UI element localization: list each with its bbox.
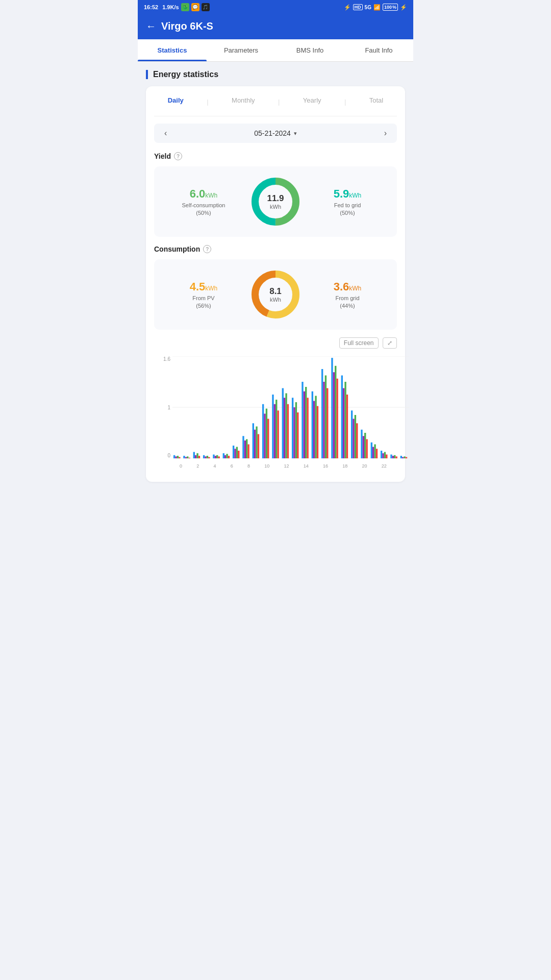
status-network: 1.9K/s [162,4,179,10]
consumption-donut-row: 4.5kWh From PV (56%) 8.1 [154,259,397,330]
svg-rect-55 [285,394,287,459]
consumption-donut-chart: 8.1 kWh [245,266,306,323]
fullscreen-icon: ⤢ [383,337,397,349]
svg-rect-73 [331,358,333,458]
tab-fault-info[interactable]: Fault Info [344,39,413,61]
yield-self-unit: kWh [205,192,217,199]
battery-icon: 100% [383,4,398,11]
svg-rect-13 [183,456,185,458]
svg-rect-78 [343,388,344,459]
signal-bars: 📶 [373,4,381,11]
back-button[interactable]: ← [146,20,156,32]
svg-rect-100 [395,456,397,458]
svg-rect-77 [341,376,343,459]
svg-rect-91 [374,445,375,459]
svg-rect-19 [196,453,198,458]
bar-chart-svg [172,356,409,458]
svg-rect-84 [356,423,358,458]
yield-fed-to-grid: 5.9kWh Fed to grid (50%) [306,187,389,216]
period-yearly[interactable]: Yearly [299,94,325,110]
svg-rect-17 [193,452,195,459]
svg-rect-52 [277,410,279,458]
period-monthly[interactable]: Monthly [228,94,259,110]
svg-rect-50 [274,404,276,458]
svg-rect-22 [205,456,206,458]
svg-rect-104 [406,457,407,459]
consumption-pv-unit: kWh [205,285,217,292]
svg-rect-61 [302,382,303,458]
app-icon-2: 💬 [191,3,199,11]
period-daily[interactable]: Daily [164,94,188,110]
yield-grid-value: 5.9 [334,187,349,200]
tab-statistics[interactable]: Statistics [138,39,207,61]
fullscreen-button[interactable]: Full screen [339,337,379,349]
svg-rect-57 [292,398,293,458]
svg-rect-81 [351,410,353,458]
svg-rect-66 [313,401,315,459]
svg-rect-87 [364,433,366,458]
svg-rect-76 [336,379,338,458]
svg-rect-54 [284,398,285,458]
svg-rect-62 [304,391,305,458]
svg-rect-49 [272,395,273,458]
svg-rect-48 [267,419,269,459]
status-left: 16:52 1.9K/s 🐉 💬 🎵 [144,3,210,11]
svg-rect-47 [266,409,267,459]
yield-donut-row: 6.0kWh Self-consumption (50%) [154,166,397,237]
svg-rect-83 [355,415,356,458]
main-content: Energy statistics Daily | Monthly | Year… [138,62,413,498]
y-label-bottom: 0 [167,453,170,458]
consumption-total-unit: kWh [269,297,282,303]
svg-rect-96 [386,455,387,459]
date-navigator: ‹ 05-21-2024 ▾ › [154,124,397,143]
date-label[interactable]: 05-21-2024 ▾ [254,129,297,137]
period-selector: Daily | Monthly | Yearly | Total [154,94,397,116]
charging-icon: ⚡ [400,4,407,11]
yield-self-pct: (50%) [162,210,245,216]
svg-rect-80 [346,395,348,458]
yield-title: Yield ? [154,152,397,160]
consumption-pv-desc: From PV [162,295,245,301]
yield-info-icon[interactable]: ? [174,152,182,160]
svg-rect-64 [307,398,308,458]
date-dropdown-icon: ▾ [294,130,297,137]
svg-rect-29 [223,453,224,458]
energy-card: Daily | Monthly | Yearly | Total ‹ 05-21… [146,86,405,482]
date-prev-button[interactable]: ‹ [161,128,170,139]
tab-bms-info[interactable]: BMS Info [276,39,344,61]
consumption-grid-desc: From grid [306,295,389,301]
svg-rect-51 [276,400,277,458]
svg-rect-38 [244,440,246,458]
yield-grid-pct: (50%) [306,210,389,216]
svg-rect-44 [258,434,259,459]
svg-rect-15 [187,456,188,458]
svg-rect-75 [335,366,336,458]
svg-rect-69 [321,369,323,458]
signal-icon: 5G [365,5,371,10]
chart-x-axis: 02468 1012141618 2022 [172,463,394,469]
period-total[interactable]: Total [365,94,387,110]
tab-parameters[interactable]: Parameters [207,39,276,61]
svg-rect-101 [400,456,402,458]
consumption-grid-unit: kWh [349,285,361,292]
yield-total-unit: kWh [267,204,284,210]
consumption-info-icon[interactable]: ? [203,245,211,253]
consumption-pv-pct: (56%) [162,303,245,309]
svg-rect-14 [185,457,187,459]
yield-total-value: 11.9 [267,193,284,204]
svg-rect-94 [382,453,384,458]
chart-container: 1.6 1 0 [157,356,394,469]
yield-self-value: 6.0 [190,187,206,200]
svg-rect-26 [215,456,216,458]
svg-rect-30 [224,455,226,458]
svg-rect-72 [327,388,328,459]
yield-donut-chart: 11.9 kWh [245,174,306,230]
svg-rect-18 [195,455,196,458]
svg-rect-98 [392,456,394,458]
tab-bar: Statistics Parameters BMS Info Fault Inf… [138,39,413,62]
y-label-mid: 1 [167,405,170,410]
date-next-button[interactable]: › [381,128,390,139]
svg-rect-21 [203,455,205,458]
svg-rect-39 [246,439,247,459]
svg-rect-63 [305,387,307,458]
